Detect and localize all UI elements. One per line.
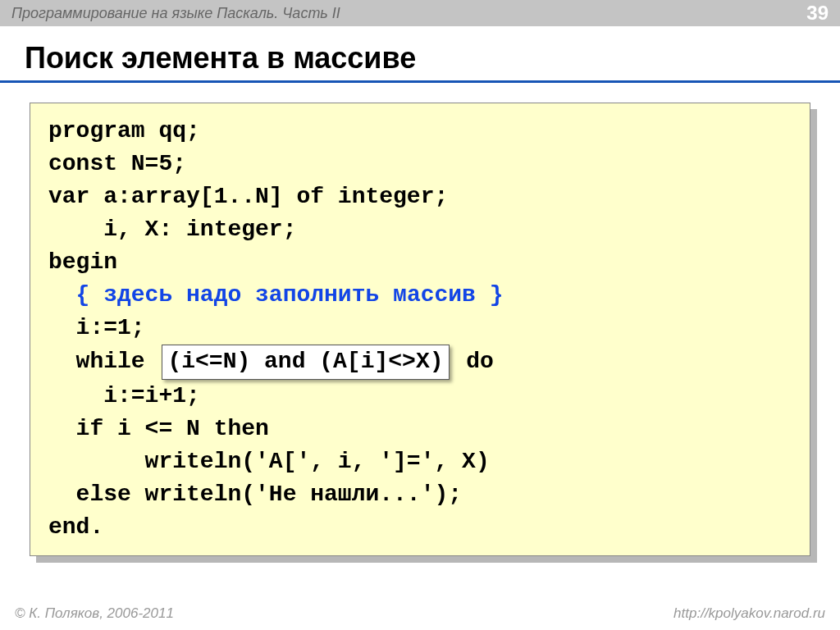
code-line: writeln('A[', i, ']=', X) <box>48 445 793 478</box>
code-line: const N=5; <box>48 148 793 180</box>
page-number: 39 <box>806 2 829 25</box>
code-line: i, X: integer; <box>48 213 793 246</box>
while-keyword: while <box>48 349 145 374</box>
header-bar: Программирование на языке Паскаль. Часть… <box>0 0 840 26</box>
header-subject: Программирование на языке Паскаль. Часть… <box>11 5 340 22</box>
footer-url: http://kpolyakov.narod.ru <box>673 605 825 622</box>
code-line: var a:array[1..N] of integer; <box>48 180 793 213</box>
code-line: end. <box>48 511 793 544</box>
code-line: while (i<=N) and (A[i]<>X) do <box>48 345 793 380</box>
code-line: else writeln('Не нашли...'); <box>48 478 793 511</box>
code-block: program qq; const N=5; var a:array[1..N]… <box>30 103 810 556</box>
title-underline <box>0 80 840 83</box>
footer-copyright: © К. Поляков, 2006-2011 <box>15 605 174 622</box>
code-indent <box>48 282 76 308</box>
do-keyword: do <box>466 349 494 374</box>
code-comment: { здесь надо заполнить массив } <box>76 282 504 308</box>
code-line: begin <box>48 246 793 279</box>
code-block-wrap: program qq; const N=5; var a:array[1..N]… <box>30 103 810 556</box>
code-line: { здесь надо заполнить массив } <box>48 279 793 312</box>
code-line: i:=1; <box>48 312 793 345</box>
code-line: i:=i+1; <box>48 380 793 413</box>
footer: © К. Поляков, 2006-2011 http://kpolyakov… <box>0 605 840 622</box>
slide-title: Поиск элемента в массиве <box>0 26 840 80</box>
code-line: program qq; <box>48 115 793 148</box>
code-line: if i <= N then <box>48 413 793 445</box>
highlighted-condition: (i<=N) and (A[i]<>X) <box>162 345 449 380</box>
